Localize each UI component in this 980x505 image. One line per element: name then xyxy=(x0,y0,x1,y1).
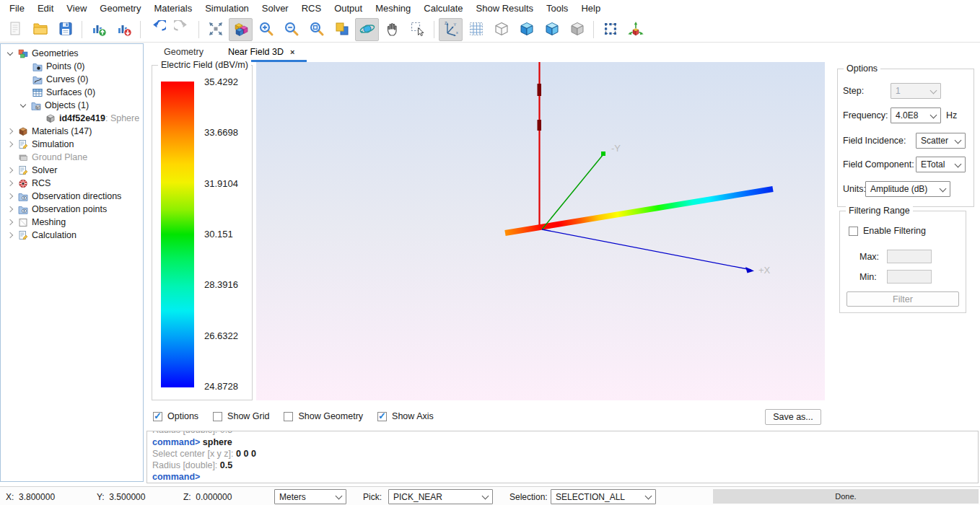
max-input[interactable] xyxy=(887,250,932,263)
grid-icon xyxy=(468,20,485,40)
viewport-3d[interactable]: -Y +X xyxy=(256,62,825,400)
tree-item-surfaces[interactable]: Surfaces (0) xyxy=(1,86,143,99)
chevron-down-icon[interactable] xyxy=(20,101,26,107)
chevron-right-icon[interactable] xyxy=(7,128,13,134)
tree-item-label: Simulation xyxy=(32,139,74,149)
menu-materials[interactable]: Materials xyxy=(147,0,198,17)
flat-view-button[interactable] xyxy=(565,18,589,41)
menu-output[interactable]: Output xyxy=(328,0,369,17)
show-grid-button[interactable] xyxy=(464,18,488,41)
y-axis-label: -Y xyxy=(611,143,621,154)
filter-button[interactable]: Filter xyxy=(846,291,959,307)
fit-view-button[interactable] xyxy=(204,18,227,41)
chevron-right-icon[interactable] xyxy=(7,167,13,173)
menu-show-results[interactable]: Show Results xyxy=(470,0,540,17)
show-grid-checkbox[interactable] xyxy=(213,412,222,421)
tree-item-materials[interactable]: Materials (147) xyxy=(1,125,143,138)
console-line: Radius [double]: 0.5 xyxy=(152,460,978,471)
chevron-right-icon[interactable] xyxy=(7,141,13,147)
redo-button[interactable] xyxy=(170,18,194,41)
orbit-rotate-button[interactable] xyxy=(355,18,379,41)
tree-item-objects[interactable]: Objects (1) xyxy=(1,99,143,112)
selection-box-button[interactable] xyxy=(598,18,622,41)
chevron-right-icon[interactable] xyxy=(7,219,13,225)
show-axis-checkbox[interactable] xyxy=(377,412,387,421)
wireframe-view-button[interactable] xyxy=(489,18,513,41)
tree-item-label: Calculation xyxy=(32,230,76,240)
tree-item-meshing[interactable]: Meshing xyxy=(1,216,143,229)
menu-file[interactable]: File xyxy=(3,0,31,17)
chevron-right-icon[interactable] xyxy=(7,206,13,212)
chevron-right-icon[interactable] xyxy=(7,180,13,186)
save-button[interactable] xyxy=(53,18,77,41)
close-icon[interactable]: × xyxy=(290,48,294,56)
menu-help[interactable]: Help xyxy=(574,0,607,17)
zoom-out-button[interactable] xyxy=(279,18,303,41)
transform-button[interactable] xyxy=(624,18,647,41)
flat-cube-icon xyxy=(569,20,586,40)
tree-item-simulation[interactable]: Simulation xyxy=(1,138,143,151)
import-results-button[interactable] xyxy=(87,18,110,41)
select-button[interactable] xyxy=(406,18,429,41)
menu-meshing[interactable]: Meshing xyxy=(369,0,417,17)
undo-button[interactable] xyxy=(145,18,169,41)
new-document-button[interactable] xyxy=(3,18,27,41)
chevron-down-icon[interactable] xyxy=(7,49,13,55)
open-button[interactable] xyxy=(28,18,52,41)
save-as-button[interactable]: Save as... xyxy=(765,409,821,425)
units-status-value: Meters xyxy=(279,492,306,502)
selection-mode-select[interactable]: SELECTION_ALL xyxy=(551,489,656,504)
tree-item-observation-directions[interactable]: Observation directions xyxy=(1,190,143,203)
menu-rcs[interactable]: RCS xyxy=(295,0,328,17)
render-view-button[interactable] xyxy=(229,18,253,41)
tree-item-rcs[interactable]: RCS xyxy=(1,177,143,190)
menu-edit[interactable]: Edit xyxy=(31,0,60,17)
menu-geometry[interactable]: Geometry xyxy=(93,0,147,17)
show-geometry-checkbox[interactable] xyxy=(284,412,293,421)
chevron-right-icon[interactable] xyxy=(7,193,13,199)
x-axis-label: +X xyxy=(758,265,771,276)
options-checkbox[interactable] xyxy=(153,412,162,421)
frequency-select[interactable]: 4.0E8 xyxy=(891,107,941,123)
tree-item-observation-points[interactable]: Observation points xyxy=(1,203,143,216)
color-scale-gradient xyxy=(161,82,194,387)
menu-calculate[interactable]: Calculate xyxy=(417,0,469,17)
menu-solver[interactable]: Solver xyxy=(255,0,295,17)
step-select[interactable]: 1 xyxy=(891,83,941,99)
chevron-down-icon xyxy=(930,111,937,118)
pick-mode-select[interactable]: PICK_NEAR xyxy=(388,489,493,504)
zoom-window-button[interactable] xyxy=(305,18,328,41)
object-id-label: id4f52e419 xyxy=(59,113,105,123)
pan-button[interactable] xyxy=(380,18,404,41)
model-tree-panel: Geometries Points (0) Curves (0) Surface… xyxy=(0,43,144,482)
show-axes-button[interactable]: ZYx xyxy=(439,18,463,41)
show-grid-row: Show Grid xyxy=(213,411,269,421)
chevron-right-icon[interactable] xyxy=(7,232,13,238)
tab-label: Near Field 3D xyxy=(228,47,284,57)
chevron-down-icon xyxy=(955,160,962,167)
tree-item-points[interactable]: Points (0) xyxy=(1,60,143,73)
tree-item-ground-plane[interactable]: Ground Plane xyxy=(1,151,143,164)
field-incidence-select[interactable]: Scatter xyxy=(916,133,966,149)
tree-item-sphere[interactable]: id4f52e419: Sphere xyxy=(1,112,143,125)
tree-item-geometries[interactable]: Geometries xyxy=(1,47,143,60)
tree-item-curves[interactable]: Curves (0) xyxy=(1,73,143,86)
enable-filtering-checkbox[interactable] xyxy=(849,227,858,236)
units-select[interactable]: Amplitude (dB) xyxy=(865,181,950,197)
zoom-in-button[interactable] xyxy=(254,18,278,41)
field-component-select[interactable]: ETotal xyxy=(916,157,966,172)
menu-view[interactable]: View xyxy=(60,0,93,17)
tree-item-solver[interactable]: Solver xyxy=(1,164,143,177)
filtering-range-title: Filtering Range xyxy=(846,206,913,216)
shaded-edges-view-button[interactable] xyxy=(540,18,564,41)
units-status-select[interactable]: Meters xyxy=(274,489,346,504)
shaded-view-button[interactable] xyxy=(515,18,538,41)
tree-item-label: Geometries xyxy=(32,48,79,58)
min-input[interactable] xyxy=(887,270,932,284)
tree-item-calculation[interactable]: Calculation xyxy=(1,229,143,242)
overlap-squares-button[interactable] xyxy=(330,18,354,41)
export-results-button[interactable] xyxy=(112,18,136,41)
menu-tools[interactable]: Tools xyxy=(540,0,574,17)
command-console[interactable]: Radius [double]: 0.5 command> sphere Sel… xyxy=(146,431,979,483)
menu-simulation[interactable]: Simulation xyxy=(198,0,255,17)
